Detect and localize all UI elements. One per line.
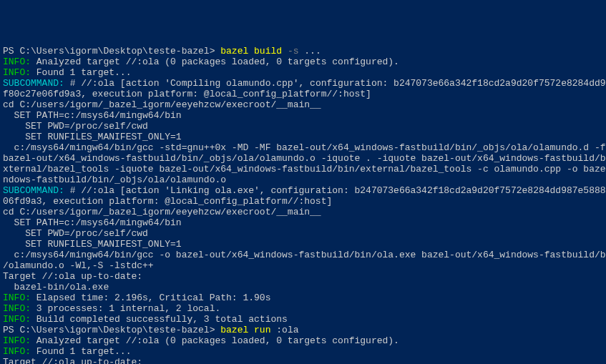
- terminal-segment: c:/msys64/mingw64/bin/gcc -std=gnu++0x -…: [3, 142, 606, 153]
- terminal-segment: xternal/bazel_tools -iquote bazel-out/x6…: [3, 164, 606, 174]
- terminal-segment: /olamundo.o -Wl,-S -lstdc++: [3, 260, 154, 271]
- terminal-line: PS C:\Users\igorm\Desktop\teste-bazel> b…: [3, 325, 603, 335]
- terminal-line: INFO: Analyzed target //:ola (0 packages…: [3, 56, 603, 67]
- terminal-line: SET RUNFILES_MANIFEST_ONLY=1: [3, 132, 603, 142]
- terminal-line: SUBCOMMAND: # //:ola [action 'Linking ol…: [3, 185, 603, 196]
- terminal-line: bazel-out/x64_windows-fastbuild/bin/_obj…: [3, 153, 603, 164]
- terminal-segment: SET PWD=/proc/self/cwd: [3, 121, 148, 132]
- terminal-line: xternal/bazel_tools -iquote bazel-out/x6…: [3, 164, 603, 174]
- terminal-line: c:/msys64/mingw64/bin/gcc -o bazel-out/x…: [3, 250, 603, 260]
- terminal-line: SUBCOMMAND: # //:ola [action 'Compiling …: [3, 78, 603, 89]
- terminal-line: SET PWD=/proc/self/cwd: [3, 121, 603, 132]
- terminal-segment: Target //:ola up-to-date:: [3, 271, 142, 282]
- terminal-line: INFO: Build completed successfully, 3 to…: [3, 314, 603, 325]
- terminal-line: c:/msys64/mingw64/bin/gcc -std=gnu++0x -…: [3, 142, 603, 153]
- terminal-segment: INFO:: [3, 314, 36, 325]
- terminal-output[interactable]: PS C:\Users\igorm\Desktop\teste-bazel> b…: [3, 46, 603, 364]
- terminal-segment: SUBCOMMAND:: [3, 185, 70, 196]
- terminal-segment: INFO:: [3, 346, 36, 357]
- terminal-segment: build: [254, 46, 288, 56]
- terminal-segment: bazel: [220, 325, 254, 335]
- terminal-segment: SUBCOMMAND:: [3, 78, 70, 89]
- terminal-segment: bazel: [220, 46, 254, 56]
- terminal-line: f80c27e06fd9a3, execution platform: @loc…: [3, 89, 603, 99]
- terminal-segment: SET RUNFILES_MANIFEST_ONLY=1: [3, 132, 182, 142]
- terminal-line: Target //:ola up-to-date:: [3, 271, 603, 282]
- terminal-line: INFO: Analyzed target //:ola (0 packages…: [3, 335, 603, 346]
- terminal-segment: INFO:: [3, 335, 36, 346]
- terminal-line: SET PATH=c:/msys64/mingw64/bin: [3, 217, 603, 228]
- terminal-line: SET PWD=/proc/self/cwd: [3, 228, 603, 239]
- terminal-line: bazel-bin/ola.exe: [3, 282, 603, 292]
- terminal-segment: PS C:\Users\igorm\Desktop\teste-bazel>: [3, 325, 220, 335]
- terminal-segment: # //:ola [action 'Linking ola.exe', conf…: [70, 185, 606, 196]
- terminal-segment: SET PWD=/proc/self/cwd: [3, 228, 148, 239]
- terminal-line: Target //:ola up-to-date:: [3, 357, 603, 364]
- terminal-segment: ndows-fastbuild/bin/_objs/ola/olamundo.o: [3, 174, 226, 185]
- terminal-segment: 3 processes: 1 internal, 2 local.: [36, 303, 220, 314]
- terminal-segment: f80c27e06fd9a3, execution platform: @loc…: [3, 89, 371, 99]
- terminal-line: cd C:/users/igorm/_bazel_igorm/eeyehzcw/…: [3, 207, 603, 217]
- terminal-segment: :ola: [276, 325, 298, 335]
- terminal-line: INFO: 3 processes: 1 internal, 2 local.: [3, 303, 603, 314]
- terminal-segment: Found 1 target...: [36, 346, 132, 357]
- terminal-segment: Found 1 target...: [36, 67, 132, 78]
- terminal-segment: SET PATH=c:/msys64/mingw64/bin: [3, 217, 182, 228]
- terminal-segment: INFO:: [3, 56, 36, 67]
- terminal-segment: Elapsed time: 2.196s, Critical Path: 1.9…: [36, 292, 271, 303]
- terminal-segment: bazel-bin/ola.exe: [3, 282, 109, 292]
- terminal-segment: Build completed successfully, 3 total ac…: [36, 314, 288, 325]
- terminal-segment: ...: [304, 46, 321, 56]
- terminal-line: /olamundo.o -Wl,-S -lstdc++: [3, 260, 603, 271]
- terminal-segment: c:/msys64/mingw64/bin/gcc -o bazel-out/x…: [3, 250, 606, 260]
- terminal-segment: run: [254, 325, 276, 335]
- terminal-segment: # //:ola [action 'Compiling olamundo.cpp…: [70, 78, 606, 89]
- terminal-line: ndows-fastbuild/bin/_objs/ola/olamundo.o: [3, 174, 603, 185]
- terminal-line: INFO: Elapsed time: 2.196s, Critical Pat…: [3, 292, 603, 303]
- terminal-line: SET PATH=c:/msys64/mingw64/bin: [3, 110, 603, 121]
- terminal-segment: INFO:: [3, 67, 36, 78]
- terminal-segment: INFO:: [3, 303, 36, 314]
- terminal-segment: Target //:ola up-to-date:: [3, 357, 142, 364]
- terminal-line: 06fd9a3, execution platform: @local_conf…: [3, 196, 603, 207]
- terminal-line: SET RUNFILES_MANIFEST_ONLY=1: [3, 239, 603, 250]
- terminal-segment: SET PATH=c:/msys64/mingw64/bin: [3, 110, 182, 121]
- terminal-segment: Analyzed target //:ola (0 packages loade…: [36, 335, 399, 346]
- terminal-segment: -s: [288, 46, 304, 56]
- terminal-segment: 06fd9a3, execution platform: @local_conf…: [3, 196, 332, 207]
- terminal-segment: cd C:/users/igorm/_bazel_igorm/eeyehzcw/…: [3, 99, 321, 110]
- terminal-line: INFO: Found 1 target...: [3, 67, 603, 78]
- terminal-segment: PS C:\Users\igorm\Desktop\teste-bazel>: [3, 46, 220, 56]
- terminal-segment: SET RUNFILES_MANIFEST_ONLY=1: [3, 239, 182, 250]
- terminal-segment: cd C:/users/igorm/_bazel_igorm/eeyehzcw/…: [3, 207, 321, 217]
- terminal-line: PS C:\Users\igorm\Desktop\teste-bazel> b…: [3, 46, 603, 56]
- terminal-segment: bazel-out/x64_windows-fastbuild/bin/_obj…: [3, 153, 606, 164]
- terminal-segment: INFO:: [3, 292, 36, 303]
- terminal-line: INFO: Found 1 target...: [3, 346, 603, 357]
- terminal-segment: Analyzed target //:ola (0 packages loade…: [36, 56, 399, 67]
- terminal-line: cd C:/users/igorm/_bazel_igorm/eeyehzcw/…: [3, 99, 603, 110]
